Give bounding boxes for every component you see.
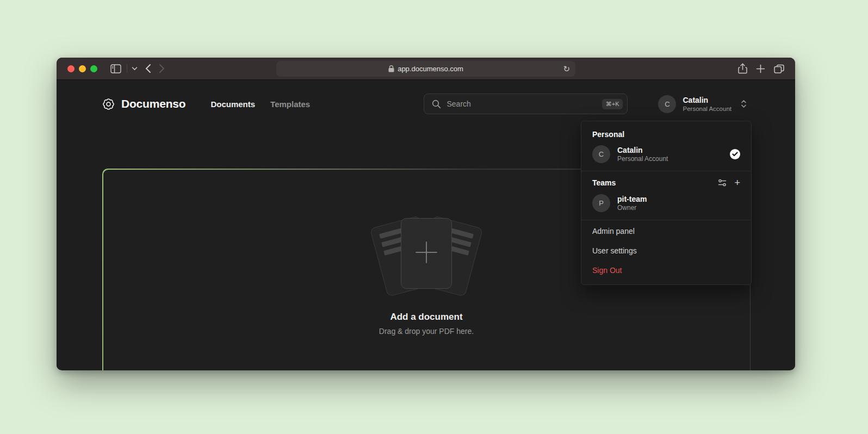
sidebar-toggle-icon[interactable] (110, 64, 121, 73)
dropzone-title: Add a document (390, 312, 462, 323)
menu-item-user-settings[interactable]: User settings (581, 241, 751, 261)
team-avatar: P (592, 194, 610, 212)
personal-account-item[interactable]: C Catalin Personal Account (581, 143, 751, 170)
nav-templates[interactable]: Templates (270, 100, 310, 109)
browser-titlebar: app.documenso.com ↻ (57, 58, 795, 80)
minimize-window-button[interactable] (79, 65, 86, 72)
search-input[interactable] (447, 100, 602, 108)
team-role: Owner (617, 204, 647, 212)
sidebar-chevron-down-icon[interactable] (132, 66, 138, 71)
browser-window: app.documenso.com ↻ (57, 58, 795, 370)
team-item[interactable]: P pit-team Owner (581, 192, 751, 219)
personal-section-label: Personal (581, 125, 751, 143)
search-bar[interactable]: ⌘+K (424, 94, 628, 114)
brand-name: Documenso (121, 97, 185, 110)
account-name: Catalin (683, 96, 731, 105)
search-icon (432, 100, 441, 109)
account-name: Catalin (617, 145, 668, 155)
address-bar[interactable]: app.documenso.com ↻ (276, 61, 575, 77)
account-subtitle: Personal Account (683, 105, 731, 113)
forward-button[interactable] (159, 64, 165, 73)
close-window-button[interactable] (67, 65, 75, 72)
chevron-updown-icon (740, 100, 747, 108)
dropzone-subtitle: Drag & drop your PDF here. (379, 327, 474, 336)
search-shortcut-badge: ⌘+K (602, 99, 623, 109)
lock-icon (388, 65, 394, 72)
new-tab-icon[interactable] (756, 64, 765, 73)
create-team-icon[interactable]: + (734, 178, 740, 188)
share-icon[interactable] (738, 63, 747, 74)
menu-item-admin-panel[interactable]: Admin panel (581, 221, 751, 241)
team-name: pit-team (617, 194, 647, 204)
account-menu-button[interactable]: C Catalin Personal Account (658, 95, 747, 113)
main-nav: Documents Templates (210, 100, 310, 109)
back-button[interactable] (145, 64, 151, 73)
reload-icon[interactable]: ↻ (563, 65, 570, 73)
traffic-lights (67, 65, 97, 72)
account-subtitle: Personal Account (617, 155, 668, 163)
document-stack-illustration (364, 216, 489, 296)
url-text: app.documenso.com (398, 65, 463, 73)
brand[interactable]: Documenso (101, 97, 185, 111)
add-document-plus-icon (414, 240, 439, 267)
account-dropdown-menu: Personal C Catalin Personal Account Team… (581, 121, 752, 285)
nav-documents[interactable]: Documents (210, 100, 255, 109)
avatar: C (658, 95, 676, 113)
teams-section-label: Teams (592, 178, 616, 187)
menu-divider (581, 220, 751, 220)
tab-overview-icon[interactable] (774, 64, 784, 73)
selected-check-icon (730, 149, 740, 159)
menu-divider (581, 171, 751, 171)
document-card-center (401, 218, 452, 289)
manage-teams-icon[interactable] (718, 178, 727, 187)
zoom-window-button[interactable] (90, 65, 97, 72)
toolbar-divider (127, 64, 127, 73)
avatar: C (592, 145, 610, 163)
documenso-logo-icon (101, 97, 116, 111)
menu-item-sign-out[interactable]: Sign Out (581, 261, 751, 282)
